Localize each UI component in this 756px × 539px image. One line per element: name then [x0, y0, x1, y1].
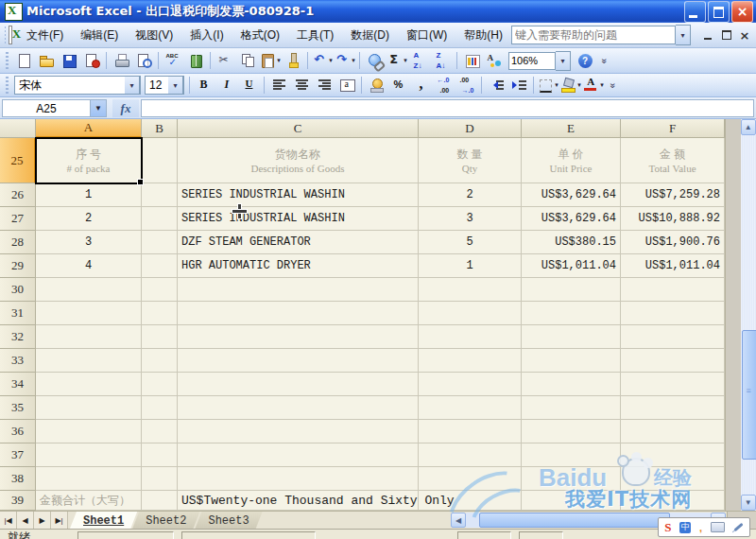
- cell-D37[interactable]: [419, 443, 522, 467]
- cell-B33[interactable]: [142, 349, 178, 373]
- toolbar-grip[interactable]: [5, 52, 9, 69]
- column-header-E[interactable]: E: [522, 119, 621, 138]
- column-header-F[interactable]: F: [621, 119, 725, 138]
- merge-center-button[interactable]: [336, 76, 357, 95]
- cell-E26[interactable]: US$3,629.64: [522, 183, 621, 207]
- fill-color-button[interactable]: ▾: [560, 76, 581, 95]
- decrease-decimal-button[interactable]: [456, 76, 477, 95]
- cell-A29[interactable]: 4: [36, 254, 142, 278]
- cell-E35[interactable]: [522, 396, 621, 420]
- dropdown-arrow-icon[interactable]: ▾: [600, 81, 604, 89]
- cell-A27[interactable]: 2: [36, 207, 142, 231]
- new-document-button[interactable]: [13, 51, 34, 70]
- paste-button[interactable]: ▾: [260, 51, 281, 70]
- toolbar-options-chevron-icon[interactable]: [607, 76, 620, 95]
- cell-F36[interactable]: [621, 420, 725, 443]
- row-header-37[interactable]: 37: [0, 443, 36, 467]
- input-method-bar[interactable]: S 中 ,: [658, 517, 750, 537]
- cell-A35[interactable]: [36, 396, 142, 420]
- percent-style-button[interactable]: [388, 76, 409, 95]
- cell-B34[interactable]: [142, 373, 178, 396]
- scroll-down-arrow-icon[interactable]: ▼: [741, 495, 756, 511]
- chinese-mode-icon[interactable]: 中: [679, 522, 691, 533]
- scroll-left-arrow-icon[interactable]: ◀: [451, 513, 466, 528]
- cell-F29[interactable]: US$1,011.04: [621, 254, 725, 278]
- cell-E39[interactable]: [522, 491, 621, 511]
- drawing-button[interactable]: [484, 51, 505, 70]
- cell-F39[interactable]: [621, 491, 725, 511]
- cell-A32[interactable]: [36, 325, 142, 349]
- increase-decimal-button[interactable]: [434, 76, 455, 95]
- cell-F28[interactable]: US$1,900.76: [621, 231, 725, 254]
- cell-C38[interactable]: [178, 467, 419, 491]
- zoom-input[interactable]: [508, 52, 556, 70]
- vertical-scrollbar[interactable]: ▲ ▼: [741, 119, 756, 511]
- cell-E37[interactable]: [522, 443, 621, 467]
- column-header-C[interactable]: C: [178, 119, 419, 138]
- cell-C39[interactable]: US$Twenty-one Thousand and Sixty Only: [178, 491, 419, 511]
- font-name-combo[interactable]: 宋体 ▾: [14, 76, 141, 95]
- cell-B36[interactable]: [142, 420, 178, 443]
- row-header-31[interactable]: 31: [0, 302, 36, 325]
- cell-A38[interactable]: [36, 467, 142, 491]
- cell-D34[interactable]: [419, 373, 522, 396]
- cell-E31[interactable]: [522, 302, 621, 325]
- vertical-scroll-thumb[interactable]: [742, 330, 756, 460]
- redo-button[interactable]: ▾: [335, 51, 355, 70]
- dropdown-arrow-icon[interactable]: ▾: [555, 81, 558, 89]
- sheet-tab-sheet3[interactable]: Sheet3: [195, 512, 262, 529]
- help-button[interactable]: ?: [575, 51, 595, 70]
- cell-A30[interactable]: [36, 278, 142, 302]
- scroll-up-arrow-icon[interactable]: ▲: [741, 119, 756, 135]
- dropdown-arrow-icon[interactable]: ▾: [577, 81, 581, 89]
- chevron-down-icon[interactable]: ▾: [168, 76, 183, 95]
- cell-F31[interactable]: [621, 302, 725, 325]
- menu-file[interactable]: 文件(F): [18, 24, 72, 47]
- cell-F27[interactable]: US$10,888.92: [621, 207, 725, 231]
- row-header-32[interactable]: 32: [0, 325, 36, 349]
- row-header-36[interactable]: 36: [0, 420, 36, 443]
- autosum-button[interactable]: ▾: [387, 51, 407, 70]
- row-header-35[interactable]: 35: [0, 396, 36, 420]
- font-size-combo[interactable]: 12 ▾: [145, 76, 184, 95]
- cell-C34[interactable]: [178, 373, 419, 396]
- cell-F35[interactable]: [621, 396, 725, 420]
- first-sheet-button[interactable]: |◀: [0, 512, 17, 529]
- insert-function-icon[interactable]: fx: [112, 99, 139, 117]
- menu-tools[interactable]: 工具(T): [288, 24, 342, 47]
- underline-button[interactable]: [239, 76, 260, 95]
- last-sheet-button[interactable]: ▶|: [51, 512, 68, 529]
- cell-D28[interactable]: 5: [419, 231, 522, 254]
- cell-A26[interactable]: 1: [36, 183, 142, 207]
- row-header-38[interactable]: 38: [0, 467, 36, 491]
- decrease-indent-button[interactable]: [486, 76, 507, 95]
- dropdown-arrow-icon[interactable]: ▾: [277, 57, 281, 64]
- undo-button[interactable]: ▾: [312, 51, 333, 70]
- cell-C27[interactable]: SERIES INDUSTRIAL WASHIN: [178, 207, 419, 231]
- column-header-D[interactable]: D: [419, 119, 522, 138]
- cell-C32[interactable]: [178, 325, 419, 349]
- cell-D35[interactable]: [419, 396, 522, 420]
- cell-D25[interactable]: 数 量Qty: [419, 138, 522, 183]
- cut-button[interactable]: [215, 51, 235, 70]
- cell-A25[interactable]: 序 号# of packa: [36, 138, 142, 183]
- toolbar-grip[interactable]: [5, 26, 6, 43]
- font-color-button[interactable]: ▾: [583, 76, 604, 95]
- cell-F37[interactable]: [621, 443, 725, 467]
- cell-F34[interactable]: [621, 373, 725, 396]
- cell-E32[interactable]: [522, 325, 621, 349]
- cell-A31[interactable]: [36, 302, 142, 325]
- cell-B32[interactable]: [142, 325, 178, 349]
- sheet-tab-sheet1[interactable]: Sheet1: [70, 512, 137, 529]
- cell-D33[interactable]: [419, 349, 522, 373]
- cell-E29[interactable]: US$1,011.04: [522, 254, 621, 278]
- permission-button[interactable]: [81, 51, 102, 70]
- menu-help[interactable]: 帮助(H): [455, 24, 511, 47]
- cell-A37[interactable]: [36, 443, 142, 467]
- cell-F38[interactable]: [621, 467, 725, 491]
- row-header-39[interactable]: 39: [0, 491, 36, 511]
- cell-F33[interactable]: [621, 349, 725, 373]
- chevron-down-icon[interactable]: ▾: [125, 76, 140, 95]
- cell-C25[interactable]: 货物名称Descriptions of Goods: [178, 138, 419, 183]
- horizontal-scroll-thumb[interactable]: [479, 513, 670, 528]
